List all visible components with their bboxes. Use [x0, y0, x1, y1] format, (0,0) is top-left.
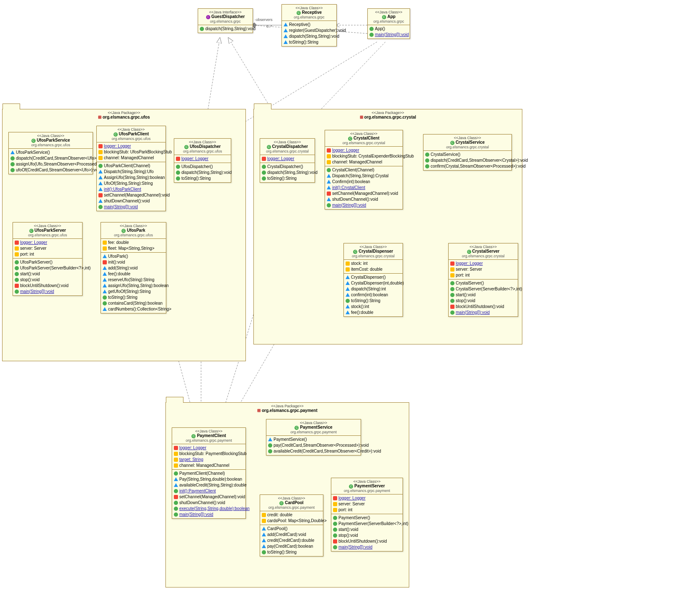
class-guestdispatcher: <<Java Interface>>I GuestDispatcherorg.e… [198, 8, 253, 33]
class-receptive: <<Java Class>>C Receptiveorg.elsmancs.gr… [281, 4, 337, 47]
class-crystalserver: <<Java Class>>C CrystalServerorg.elsmanc… [448, 243, 518, 317]
class-paymentservice: <<Java Class>>C PaymentServiceorg.elsman… [266, 419, 361, 456]
class-app: <<Java Class>>C Apporg.elsmancs.grpc App… [367, 8, 410, 39]
class-paymentclient: <<Java Class>>C PaymentClientorg.elsmanc… [172, 427, 246, 519]
class-crystalservice: <<Java Class>>C CrystalServiceorg.elsman… [423, 134, 512, 171]
class-ufosparkserver: <<Java Class>>C UfosParkServerorg.elsman… [13, 222, 83, 296]
class-ufosparkclient: <<Java Class>>C UfosParkClientorg.elsman… [96, 126, 166, 211]
class-crystaldispenser: <<Java Class>>C CrystalDispenserorg.elsm… [343, 243, 403, 317]
class-crystalclient: <<Java Class>>C CrystalClientorg.elsmanc… [325, 130, 403, 210]
class-ufosdispatcher: <<Java Class>>C UfosDispatcherorg.elsman… [174, 138, 231, 183]
class-cardpool: <<Java Class>>C CardPoolorg.elsmancs.grp… [260, 494, 323, 556]
assoc-observers: -observers [255, 18, 273, 22]
mult-observers: 0..* [266, 24, 272, 28]
class-ufospark: <<Java Class>>C UfosParkorg.elsmancs.grp… [101, 222, 166, 313]
class-crystaldispatcher: <<Java Class>>C CrystalDispatcherorg.els… [260, 138, 315, 183]
class-paymentserver: <<Java Class>>C PaymentServerorg.elsmanc… [331, 478, 403, 551]
class-ufosparkservice: <<Java Class>>C UfosParkServiceorg.elsma… [8, 132, 93, 174]
